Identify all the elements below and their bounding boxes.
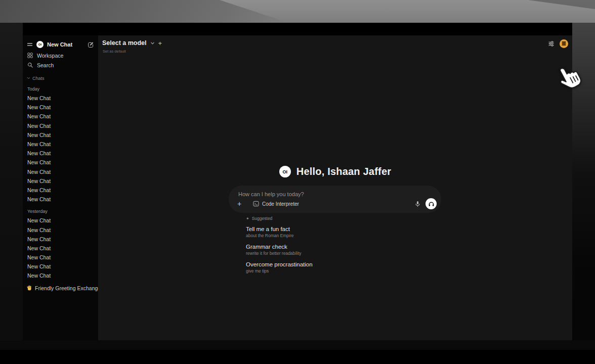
code-interpreter-icon: [253, 201, 259, 207]
chat-list-item[interactable]: New Chat: [27, 235, 94, 244]
suggested-list: Tell me a fun fact about the Roman Empir…: [246, 225, 313, 274]
suggested-prompt[interactable]: Overcome procrastination give me tips: [246, 261, 313, 274]
chat-list-item[interactable]: New Chat: [27, 271, 94, 280]
workspace-label: Workspace: [37, 53, 63, 59]
code-interpreter-toggle[interactable]: Code Interpreter: [253, 201, 299, 207]
voice-call-button[interactable]: [426, 198, 437, 209]
suggested-prompt-subtitle: give me tips: [246, 268, 313, 274]
app-logo-icon: OI: [36, 41, 44, 48]
desktop-background-right: [572, 23, 595, 340]
headphones-icon: [428, 201, 435, 207]
chats-section-label: Chats: [32, 76, 45, 81]
chats-section-toggle[interactable]: Chats: [27, 75, 94, 81]
suggested-prompt[interactable]: Tell me a fun fact about the Roman Empir…: [246, 225, 313, 239]
chat-input-card[interactable]: + Code Interpreter: [229, 186, 441, 213]
chat-list-yesterday: New ChatNew ChatNew ChatNew ChatNew Chat…: [27, 216, 94, 280]
controls-sliders-icon[interactable]: [548, 40, 555, 47]
suggested-prompt-title: Overcome procrastination: [246, 261, 313, 268]
suggested-prompt-subtitle: rewrite it for better readability: [246, 251, 313, 256]
suggested-prompt-title: Tell me a fun fact: [246, 225, 313, 233]
suggested-header: ✦ Suggested: [246, 216, 313, 221]
code-interpreter-label: Code Interpreter: [262, 201, 299, 207]
chat-list-item[interactable]: New Chat: [27, 167, 94, 176]
chat-title: Friendly Greeting Exchange: [35, 285, 101, 291]
chat-list-item[interactable]: New Chat: [27, 225, 94, 234]
chat-list-item[interactable]: New Chat: [27, 176, 94, 186]
workspace-grid-icon: [27, 53, 33, 58]
chat-list-item[interactable]: New Chat: [27, 195, 94, 204]
attach-plus-button[interactable]: +: [235, 200, 243, 207]
open-webui-window: OI New Chat Workspace: [23, 23, 572, 340]
chat-list-item[interactable]: New Chat: [27, 121, 94, 130]
sidebar-title: New Chat: [47, 41, 72, 48]
chevron-down-icon: [150, 41, 155, 46]
sidebar-header: OI New Chat: [27, 38, 94, 51]
menu-icon[interactable]: [27, 41, 33, 48]
suggested-prompt-subtitle: about the Roman Empire: [246, 233, 313, 239]
chat-list-item-friendly-greeting[interactable]: Friendly Greeting Exchange: [27, 284, 94, 293]
model-selector-label: Select a model: [102, 39, 147, 47]
chat-list-item[interactable]: New Chat: [27, 130, 94, 140]
chat-list-item[interactable]: New Chat: [27, 103, 94, 112]
chat-list-item[interactable]: New Chat: [27, 112, 94, 121]
chat-list-item[interactable]: New Chat: [27, 244, 94, 253]
chat-list-item[interactable]: New Chat: [27, 253, 94, 262]
wave-emoji-icon: [27, 285, 32, 291]
sidebar-item-search[interactable]: Search: [27, 60, 94, 70]
set-as-default-link[interactable]: Set as default: [103, 49, 126, 54]
input-controls: + Code Interpreter: [235, 198, 437, 210]
user-avatar[interactable]: [560, 39, 568, 48]
chat-list-item[interactable]: New Chat: [27, 140, 94, 149]
suggested-label: Suggested: [252, 216, 273, 221]
model-selector[interactable]: Select a model +: [102, 39, 162, 47]
suggested-prompt-title: Grammar check: [246, 243, 313, 250]
app-logo-icon: OI: [279, 166, 291, 177]
suggested-section: ✦ Suggested Tell me a fun fact about the…: [246, 216, 313, 279]
topbar-right: [548, 39, 568, 48]
chat-list-item[interactable]: New Chat: [27, 186, 94, 195]
search-label: Search: [37, 62, 54, 68]
chat-list-item[interactable]: New Chat: [27, 158, 94, 167]
greeting: OI Hello, Ishaan Jaffer: [98, 166, 572, 177]
chat-list-today: New ChatNew ChatNew ChatNew ChatNew Chat…: [27, 94, 94, 204]
suggested-prompt[interactable]: Grammar check rewrite it for better read…: [246, 243, 313, 256]
chat-group-label-today: Today: [27, 85, 94, 93]
add-model-button[interactable]: +: [158, 40, 162, 47]
chevron-down-icon: [27, 76, 30, 80]
desktop-background-left: [0, 23, 23, 340]
chat-list-item[interactable]: New Chat: [27, 262, 94, 271]
search-icon: [27, 62, 33, 68]
greeting-text: Hello, Ishaan Jaffer: [296, 166, 391, 177]
desktop-background-bar: [0, 350, 595, 364]
sparkle-icon: ✦: [246, 216, 249, 221]
sidebar-item-workspace[interactable]: Workspace: [27, 51, 94, 60]
sidebar: OI New Chat Workspace: [23, 35, 98, 340]
chat-group-label-yesterday: Yesterday: [27, 208, 94, 215]
chat-list-item[interactable]: New Chat: [27, 149, 94, 158]
new-chat-edit-icon[interactable]: [88, 41, 94, 48]
chat-list-item[interactable]: New Chat: [27, 216, 94, 225]
chat-list-item[interactable]: New Chat: [27, 94, 94, 103]
microphone-icon[interactable]: [414, 201, 421, 207]
screen: OI New Chat Workspace: [0, 0, 595, 364]
main-panel: Select a model + Set as default OI H: [98, 35, 572, 340]
